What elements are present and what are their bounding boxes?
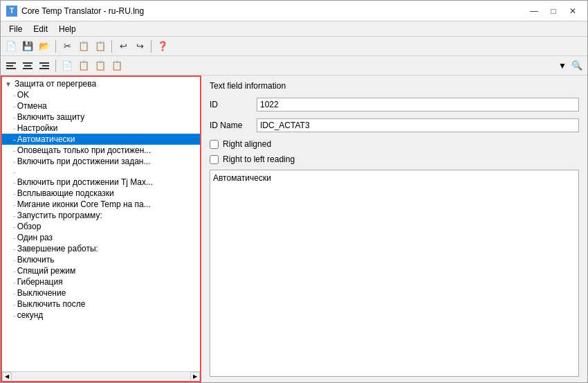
tree-item-label: Настройки [17,123,58,133]
search-button[interactable]: 🔍 [569,58,585,73]
main-window: T Core Temp Translator - ru-RU.lng — □ ✕… [0,0,588,383]
separator-2 [111,40,112,53]
list-item[interactable]: - Включить [2,254,200,265]
right-to-left-checkbox[interactable] [210,155,219,164]
tree-item-label: Всплывающие подсказки [17,188,114,198]
dropdown-arrow: ▼ [558,61,567,71]
menu-help[interactable]: Help [53,23,82,35]
tree-item-label: Выключить после [17,299,86,309]
scroll-right-button[interactable]: ▶ [190,372,200,382]
right-to-left-label: Right to left reading [223,154,295,164]
tree-item-label: Один раз [17,233,53,242]
right-aligned-row: Right aligned [210,139,579,149]
file-tb-btn1[interactable]: 📄 [59,58,75,73]
tree-expand-icon: ▼ [5,80,12,88]
list-item[interactable]: - Оповещать только при достижен... [2,145,200,156]
svg-rect-7 [42,65,49,66]
undo-button[interactable]: ↩ [116,39,131,54]
maximize-button[interactable]: □ [544,4,562,18]
tree-dash: - [13,146,16,154]
tree-dash: - [13,244,16,253]
redo-button[interactable]: ↪ [132,39,147,54]
list-item[interactable]: - Обзор [2,221,200,232]
horizontal-scrollbar[interactable]: ◀ ▶ [2,371,200,381]
new-button[interactable]: 📄 [3,39,19,54]
tree-dash: - [13,289,16,297]
right-aligned-label: Right aligned [223,139,271,149]
tree-root[interactable]: ▼ Защита от перегрева [2,78,200,89]
tree-dash: - [13,267,16,275]
tree-item-label: Выключение [17,288,66,298]
list-item[interactable]: - Включить при достижении задан... [2,156,200,167]
tree-dash: - [13,168,16,176]
close-button[interactable]: ✕ [564,4,582,18]
section-title: Text field information [210,81,579,91]
tree-item-label: Включить [17,255,55,265]
tree-dash: - [13,311,16,319]
tree-item-label: Запустить программу: [17,211,102,220]
tree-dash: - [13,189,16,197]
minimize-button[interactable]: — [525,4,543,18]
scroll-left-button[interactable]: ◀ [2,372,12,382]
list-item[interactable]: - Спящий режим [2,265,200,276]
file-tb-btn3[interactable]: 📋 [93,58,108,73]
open-button[interactable]: 📂 [37,39,52,54]
list-item[interactable]: - Мигание иконки Core Temp на па... [2,199,200,210]
paste-button[interactable]: 📋 [93,39,108,54]
list-item[interactable]: - Всплывающие подсказки [2,188,200,199]
id-name-field-row: ID Name [210,118,579,132]
app-icon: T [6,6,17,17]
right-to-left-row: Right to left reading [210,154,579,164]
align-left-button[interactable] [3,58,19,73]
id-field-row: ID [210,98,579,112]
list-item[interactable]: - Гибернация [2,276,200,287]
toolbar-1: 📄 💾 📂 ✂ 📋 📋 ↩ ↪ ❓ [1,37,587,56]
menu-file[interactable]: File [3,23,28,35]
text-field-area[interactable]: Автоматически [210,170,579,377]
align-center-button[interactable] [20,58,35,73]
tree-dash: - [13,222,16,231]
list-item-selected[interactable]: - Автоматически [2,134,200,145]
list-item[interactable]: - Настройки [2,123,200,134]
save-button[interactable]: 💾 [20,39,35,54]
svg-rect-5 [23,68,33,69]
tree-item-label: Отмена [17,101,47,111]
svg-rect-4 [24,65,31,66]
list-item[interactable]: - [2,167,200,177]
list-item[interactable]: - OK [2,89,200,100]
list-item[interactable]: - Один раз [2,232,200,243]
right-aligned-checkbox[interactable] [210,140,219,149]
list-item[interactable]: - Выключить после [2,299,200,310]
svg-rect-1 [6,65,13,66]
tree-dash: - [13,91,16,99]
scroll-track [12,372,190,382]
list-item[interactable]: - Отмена [2,100,200,112]
help-button[interactable]: ❓ [155,39,170,54]
file-tb-btn2[interactable]: 📋 [76,58,91,73]
copy-button[interactable]: 📋 [76,39,91,54]
align-right-button[interactable] [37,58,52,73]
file-tb-btn4[interactable]: 📋 [109,58,125,73]
tree-dash: - [13,256,16,264]
toolbar-right: ▼ 🔍 [126,58,585,73]
list-item[interactable]: - Выключение [2,287,200,299]
tree-dash: - [13,178,16,186]
cut-button[interactable]: ✂ [59,39,75,54]
title-bar: T Core Temp Translator - ru-RU.lng — □ ✕ [1,1,587,21]
list-item[interactable]: - секунд [2,310,200,321]
list-item[interactable]: - Включить при достижении Tj Max... [2,177,200,188]
svg-rect-8 [39,68,49,69]
id-name-input[interactable] [257,118,579,132]
tree-item-label: Включить при достижении задан... [17,157,151,166]
id-input[interactable] [257,98,579,112]
tree-container[interactable]: ▼ Защита от перегрева - OK - Отмена - Вк… [2,77,200,371]
tree-item-label: Спящий режим [17,266,75,276]
menu-edit[interactable]: Edit [28,23,53,35]
list-item[interactable]: - Завершение работы: [2,243,200,254]
list-item[interactable]: - Запустить программу: [2,210,200,221]
window-title: Core Temp Translator - ru-RU.lng [21,6,525,16]
tree-dash: - [13,233,16,242]
toolbar-2: 📄 📋 📋 📋 ▼ 🔍 [1,56,587,75]
list-item[interactable]: - Включить защиту [2,112,200,123]
tree-dash: - [13,135,16,143]
